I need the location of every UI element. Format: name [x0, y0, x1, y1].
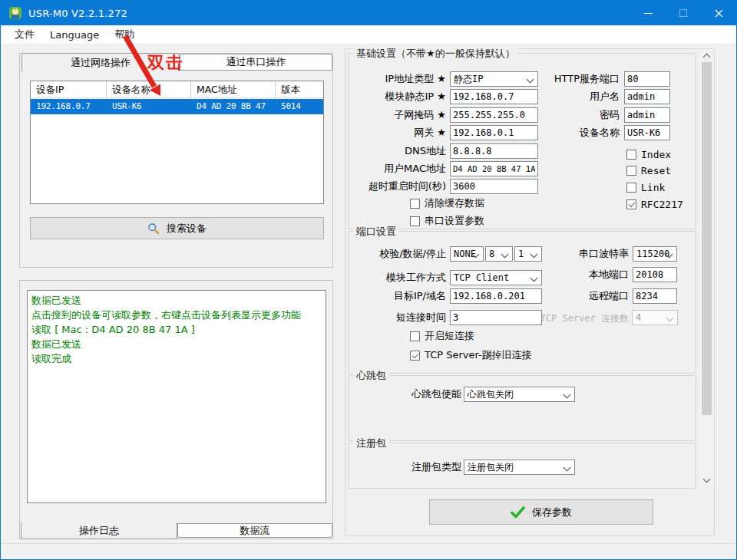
column-header-ip[interactable]: 设备IP: [31, 81, 107, 98]
group-port-title: 端口设置: [353, 225, 399, 239]
settings-scrollbar[interactable]: [700, 49, 713, 486]
short-connection-checkbox[interactable]: 开启短连接: [410, 331, 474, 341]
checkbox-box: [626, 150, 636, 160]
label-parity-data-stop: 校验/数据/停止: [350, 246, 446, 262]
databits-select[interactable]: 8: [485, 246, 513, 262]
label-timeout-restart: 超时重启时间(秒): [350, 179, 446, 194]
device-version-cell: 5014: [276, 99, 324, 114]
checkbox-box: [410, 331, 420, 341]
reset-label: Reset: [641, 165, 671, 176]
clear-cache-checkbox[interactable]: 清除缓存数据: [410, 198, 484, 209]
label-gateway: 网关 ★: [350, 125, 446, 140]
timeout-restart-input[interactable]: [450, 179, 538, 194]
save-params-label: 保存参数: [532, 506, 572, 519]
minimize-button[interactable]: [630, 1, 666, 25]
subnet-mask-input[interactable]: [450, 107, 538, 123]
reset-checkbox[interactable]: Reset: [626, 165, 671, 176]
rfc2217-checkbox[interactable]: RFC2217: [626, 199, 683, 209]
link-label: Link: [641, 182, 665, 193]
label-ip-type: IP地址类型 ★: [350, 71, 446, 87]
label-static-ip: 模块静态IP ★: [350, 89, 446, 104]
baud-rate-select[interactable]: 115200: [633, 246, 677, 262]
register-type-select[interactable]: 注册包关闭: [464, 460, 575, 475]
app-window: USR-M0 V2.2.1.272 文件 Language 帮助 通过网络操作 …: [0, 0, 737, 560]
menu-file[interactable]: 文件: [7, 28, 42, 41]
local-port-input[interactable]: [633, 267, 677, 282]
save-params-button[interactable]: 保存参数: [429, 499, 653, 525]
label-short-conn-time: 短连接时间: [350, 310, 446, 325]
ip-type-value: 静态IP: [454, 73, 483, 86]
group-heartbeat: 心跳包: [348, 375, 696, 441]
target-ip-input[interactable]: [450, 288, 542, 304]
kick-old-connection-checkbox[interactable]: TCP Server-踢掉旧连接: [410, 350, 532, 361]
maximize-button[interactable]: [666, 1, 701, 25]
clear-cache-label: 清除缓存数据: [425, 196, 484, 210]
window-title: USR-M0 V2.2.1.272: [28, 8, 127, 19]
short-connection-label: 开启短连接: [425, 329, 474, 343]
label-user-mac: 用户MAC地址: [350, 161, 446, 176]
heartbeat-enable-select[interactable]: 心跳包关闭: [464, 387, 575, 402]
scrollbar-thumb[interactable]: [702, 62, 712, 415]
maximize-icon: [679, 9, 687, 17]
databits-value: 8: [489, 249, 494, 259]
column-header-mac[interactable]: MAC地址: [191, 81, 276, 98]
label-subnet-mask: 子网掩码 ★: [350, 107, 446, 123]
checkbox-box: [626, 166, 636, 176]
label-http-port: HTTP服务端口: [530, 71, 620, 87]
label-target-ip: 目标IP/域名: [350, 288, 446, 304]
label-username: 用户名: [530, 89, 620, 104]
remote-port-input[interactable]: [633, 288, 677, 304]
search-icon: [147, 222, 160, 235]
work-mode-value: TCP Client: [454, 272, 509, 283]
scrollbar-down-button[interactable]: [700, 473, 713, 486]
username-input[interactable]: [624, 89, 670, 104]
tab-data-stream[interactable]: 数据流: [177, 523, 332, 538]
kick-old-connection-label: TCP Server-踢掉旧连接: [425, 348, 532, 362]
parity-select[interactable]: NONE: [450, 246, 484, 262]
status-bar: [1, 543, 736, 559]
serial-params-label: 串口设置参数: [425, 214, 484, 228]
menu-bar: 文件 Language 帮助: [1, 25, 736, 44]
double-click-annotation: 双击: [147, 51, 184, 74]
tab-operation-log[interactable]: 操作日志: [21, 522, 177, 539]
column-header-version[interactable]: 版本: [276, 81, 324, 98]
chevron-down-icon: [703, 475, 711, 483]
label-tcp-server-connections: TCP Server 连接数: [538, 311, 629, 326]
link-checkbox[interactable]: Link: [626, 182, 665, 193]
search-device-button[interactable]: 搜索设备: [30, 217, 324, 239]
ip-type-select[interactable]: 静态IP: [450, 71, 538, 87]
chevron-up-icon: [703, 54, 711, 61]
tab-data-stream-label: 数据流: [240, 524, 270, 538]
user-mac-input[interactable]: [450, 161, 538, 176]
device-mac-cell: D4 AD 20 8B 47 1A: [191, 99, 276, 114]
scrollbar-up-button[interactable]: [700, 49, 713, 62]
log-line: 数据已发送: [31, 293, 322, 308]
short-conn-time-input[interactable]: [450, 310, 542, 325]
tab-serial-label: 通过串口操作: [226, 55, 286, 69]
label-device-name: 设备名称: [530, 125, 620, 140]
checkbox-box: [410, 216, 420, 226]
label-work-mode: 模块工作方式: [350, 270, 446, 285]
checkbox-box: [410, 199, 420, 209]
operation-log[interactable]: 数据已发送 点击搜到的设备可读取参数，右键点击设备列表显示更多功能 读取 [ M…: [27, 290, 326, 503]
tab-serial-operation[interactable]: 通过串口操作: [180, 54, 332, 71]
static-ip-input[interactable]: [450, 89, 538, 104]
http-port-input[interactable]: [624, 71, 670, 87]
close-icon: [715, 9, 723, 18]
gateway-input[interactable]: [450, 125, 538, 140]
label-heartbeat-enable: 心跳包使能: [369, 387, 461, 402]
checkbox-box: [626, 183, 636, 193]
device-name-input[interactable]: [624, 125, 670, 140]
checkbox-box: [410, 351, 420, 361]
check-icon: [511, 506, 525, 519]
password-input[interactable]: [624, 107, 670, 123]
work-mode-select[interactable]: TCP Client: [450, 270, 542, 285]
close-button[interactable]: [701, 1, 736, 25]
group-heartbeat-title: 心跳包: [353, 369, 389, 383]
index-checkbox[interactable]: Index: [626, 149, 671, 160]
parity-value: NONE: [454, 249, 476, 259]
label-local-port: 本地端口: [538, 267, 629, 282]
menu-language[interactable]: Language: [42, 29, 107, 41]
serial-params-checkbox[interactable]: 串口设置参数: [410, 216, 484, 226]
dns-input[interactable]: [450, 143, 538, 159]
